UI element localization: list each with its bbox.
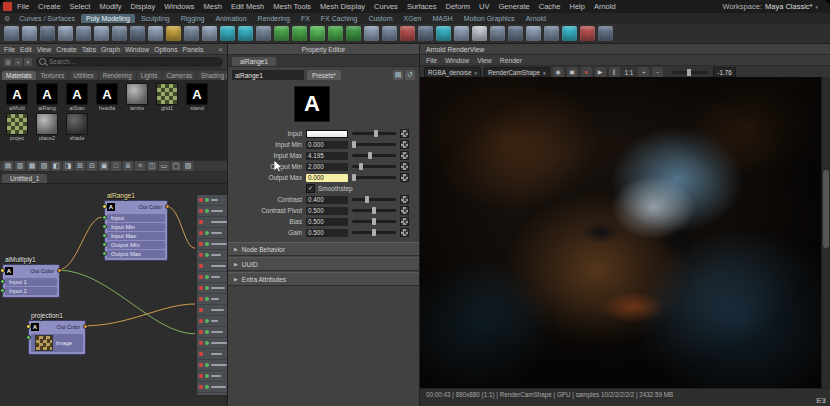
material-swatch[interactable]: A projec [3,113,31,141]
node-projection1[interactable]: projection1 A Out Color Image [28,320,86,355]
shelf-icon[interactable] [508,26,523,41]
material-swatch[interactable]: A headla [93,83,121,111]
material-swatch[interactable]: A place2 [33,113,61,141]
gear-icon[interactable]: ⚙ [4,15,10,23]
graph-toolbar-icon[interactable]: ◨ [63,161,73,171]
attr-value-field-active[interactable]: 0.000 [306,174,348,182]
graph-toolbar-icon[interactable]: ▨ [183,161,193,171]
smoothstep-checkbox[interactable]: ✓ [306,184,315,193]
color-swatch-field[interactable] [306,130,348,138]
scrollbar-handle[interactable] [823,170,829,248]
attr-value-field[interactable]: 0.500 [306,218,348,226]
menubar-item[interactable]: Deform [445,2,470,11]
graph-toolbar-icon[interactable]: ⊞ [75,161,85,171]
hypershade-menu-item[interactable]: Graph [101,46,120,53]
input-port[interactable] [26,324,31,329]
shelf-icon[interactable] [238,26,253,41]
menubar-item[interactable]: Mesh Tools [273,2,311,11]
shelf-icon[interactable] [490,26,505,41]
refresh-icon[interactable]: ↺ [405,70,415,80]
shelf-icon[interactable] [454,26,469,41]
node-port-row[interactable]: Input 1 [5,278,57,286]
material-preview-swatch[interactable]: A [294,86,330,122]
menubar-item[interactable]: Cache [539,2,561,11]
shelf-tab[interactable]: Motion Graphics [459,14,520,23]
menubar-item[interactable]: UV [479,2,489,11]
shelf-icon[interactable] [436,26,451,41]
vertical-scrollbar[interactable] [821,77,830,388]
bookmark-icon[interactable]: ▥ [4,58,12,66]
attr-slider[interactable] [352,176,396,179]
node-airange1[interactable]: aiRange1 A Out Color Input Input Min [104,200,168,261]
presets-button[interactable]: Presets* [307,70,341,80]
browser-tab[interactable]: Textures [37,71,69,80]
shelf-icon[interactable] [130,26,145,41]
material-swatch[interactable]: A stand [183,83,211,111]
graph-toolbar-icon[interactable]: ▢ [171,161,181,171]
shelf-tab[interactable]: Sculpting [136,14,175,23]
shelf-tab[interactable]: Rendering [253,14,295,23]
menubar-item[interactable]: Edit Mesh [231,2,264,11]
node-port-row[interactable]: Image [31,334,83,352]
input-port[interactable] [102,242,107,247]
zoom-ratio-label[interactable]: 1:1 [623,69,636,76]
shelf-icon[interactable] [58,26,73,41]
graph-toolbar-icon[interactable]: ▤ [3,161,13,171]
shelf-tab[interactable]: Animation [210,14,251,23]
menubar-item[interactable]: Windows [164,2,194,11]
browser-tab[interactable]: Rendering [99,71,136,80]
input-port[interactable] [0,288,5,293]
node-port-row[interactable]: Input 2 [5,287,57,295]
attr-slider[interactable] [352,165,396,168]
attr-value-field[interactable]: 0.500 [306,207,348,215]
input-port[interactable] [102,215,107,220]
add-bookmark-icon[interactable]: + [14,58,22,66]
menubar-item[interactable]: Help [569,2,584,11]
attr-slider[interactable] [352,198,396,201]
shelf-icon[interactable] [292,26,307,41]
graph-toolbar-icon[interactable]: ▧ [39,161,49,171]
scene-tab[interactable]: Untitled_1 [2,174,47,183]
attr-slider[interactable] [352,132,396,135]
shelf-icon[interactable] [184,26,199,41]
workspace-selector[interactable]: Workspace: Maya Classic* ▾ [723,2,830,11]
hypershade-menu-item[interactable]: Window [125,46,149,53]
app-icon[interactable] [3,2,12,11]
node-port-row[interactable]: Input Min [107,223,165,231]
texture-map-button[interactable] [400,217,409,226]
input-port[interactable] [26,335,31,340]
attr-value-field[interactable]: 2.000 [306,163,348,171]
filter-icon[interactable]: ▾ [24,58,32,66]
shelf-icon[interactable] [166,26,181,41]
material-swatch[interactable]: A grid1 [153,83,181,111]
shelf-icon[interactable] [94,26,109,41]
shelf-tab[interactable]: FX Caching [316,14,363,23]
texture-map-button[interactable] [400,173,409,182]
material-swatch[interactable]: A shade [63,113,91,141]
node-port-row[interactable]: Output Max [107,250,165,258]
attr-value-field[interactable]: 0.500 [306,229,348,237]
shelf-icon[interactable] [148,26,163,41]
input-port[interactable] [102,224,107,229]
browser-tab[interactable]: Shading Gr [197,71,227,80]
texture-map-button[interactable] [400,129,409,138]
texture-map-button[interactable] [400,140,409,149]
attr-slider[interactable] [352,209,396,212]
shelf-icon[interactable] [544,26,559,41]
input-port[interactable] [102,204,107,209]
shelf-icon[interactable] [274,26,289,41]
hypershade-menu-item[interactable]: View [37,46,52,53]
graph-toolbar-icon[interactable]: ⊟ [87,161,97,171]
attr-slider[interactable] [352,231,396,234]
menubar-item[interactable]: Create [38,2,61,11]
shelf-tab[interactable]: Custom [363,14,397,23]
output-port[interactable] [165,204,170,209]
attr-slider[interactable] [352,143,396,146]
input-port[interactable] [102,233,107,238]
shelf-icon[interactable] [202,26,217,41]
renderview-menu-item[interactable]: View [477,57,492,64]
shelf-tab[interactable]: Poly Modeling [81,14,135,23]
browser-tab[interactable]: Cameras [163,71,197,80]
graph-toolbar-icon[interactable]: ◧ [51,161,61,171]
shelf-tab[interactable]: XGen [399,14,427,23]
